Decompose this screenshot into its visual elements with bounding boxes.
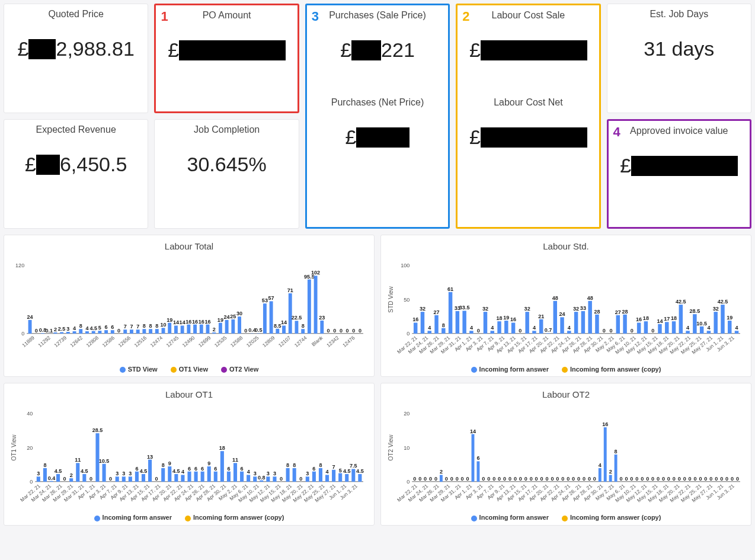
bar[interactable] (149, 329, 152, 334)
bar[interactable] (60, 332, 63, 333)
bar[interactable] (41, 333, 44, 334)
bar[interactable] (103, 464, 106, 482)
bar[interactable] (206, 325, 210, 334)
bar[interactable] (428, 331, 431, 334)
bar[interactable] (539, 319, 543, 334)
bar[interactable] (484, 312, 487, 334)
bar[interactable] (129, 477, 132, 482)
bar[interactable] (637, 323, 641, 334)
bar[interactable] (200, 325, 203, 334)
bar[interactable] (588, 301, 591, 334)
bar[interactable] (142, 474, 145, 482)
bar[interactable] (73, 331, 76, 334)
bar[interactable] (66, 332, 70, 334)
legend-item[interactable]: OT1 View (171, 366, 208, 373)
bar[interactable] (168, 323, 171, 334)
bar[interactable] (312, 472, 316, 482)
bar[interactable] (581, 311, 585, 334)
bar[interactable] (104, 330, 108, 334)
kpi-card[interactable]: 1PO Amount£ (154, 4, 299, 113)
bar[interactable] (442, 328, 445, 334)
legend-item[interactable]: Incoming form answer (copy) (185, 514, 284, 521)
bar[interactable] (174, 325, 178, 333)
bar[interactable] (644, 321, 648, 334)
bar[interactable] (193, 325, 197, 334)
bar[interactable] (123, 329, 127, 334)
bar[interactable] (434, 315, 438, 334)
chart-card-labour_total[interactable]: Labour Total01202400.80.122.534844.55660… (4, 235, 375, 377)
bar[interactable] (92, 331, 95, 334)
bar[interactable] (462, 311, 466, 333)
bar[interactable] (616, 315, 620, 334)
bar[interactable] (161, 468, 165, 482)
bar[interactable] (476, 462, 479, 482)
bar[interactable] (532, 331, 536, 334)
bar[interactable] (85, 331, 89, 334)
legend-item[interactable]: Incoming form answer (471, 514, 549, 521)
bar[interactable] (220, 452, 224, 482)
bar[interactable] (308, 280, 311, 334)
kpi-card[interactable]: Expected Revenue£6,450.5 (4, 119, 148, 229)
bar[interactable] (574, 312, 578, 334)
bar[interactable] (276, 329, 279, 334)
chart-card-labour_ot1[interactable]: Labour OT1OT1 View02040380.44.502114.502… (4, 383, 375, 525)
bar[interactable] (497, 321, 501, 334)
bar[interactable] (174, 474, 178, 482)
kpi-card[interactable]: Est. Job Days31 days (607, 4, 751, 113)
bar[interactable] (319, 468, 322, 482)
bar[interactable] (554, 301, 557, 334)
bar[interactable] (358, 474, 361, 482)
bar[interactable] (714, 312, 717, 334)
bar[interactable] (345, 474, 348, 482)
legend-item[interactable]: Incoming form answer (copy) (562, 366, 661, 373)
bar[interactable] (130, 329, 133, 334)
bar[interactable] (615, 455, 618, 482)
bar[interactable] (623, 315, 626, 334)
bar[interactable] (142, 329, 146, 334)
bar[interactable] (504, 321, 508, 334)
bar[interactable] (469, 331, 473, 334)
bar[interactable] (181, 325, 184, 333)
bar[interactable] (79, 329, 82, 334)
bar[interactable] (122, 477, 126, 482)
bar[interactable] (351, 469, 355, 482)
bar[interactable] (599, 468, 602, 482)
bar[interactable] (76, 463, 79, 482)
bar[interactable] (238, 316, 241, 334)
bar[interactable] (194, 472, 198, 482)
bar[interactable] (270, 301, 273, 334)
bar[interactable] (338, 473, 342, 482)
bar[interactable] (187, 325, 190, 334)
bar[interactable] (301, 329, 305, 334)
legend-item[interactable]: Incoming form answer (94, 514, 172, 521)
legend-item[interactable]: Incoming form answer (copy) (562, 514, 661, 521)
legend-item[interactable]: STD View (120, 366, 158, 373)
bar[interactable] (472, 434, 475, 482)
bar[interactable] (247, 475, 250, 482)
bar[interactable] (609, 475, 612, 482)
bar[interactable] (148, 460, 152, 482)
bar[interactable] (320, 321, 324, 334)
bar[interactable] (263, 303, 267, 334)
bar[interactable] (233, 463, 237, 482)
bar[interactable] (325, 475, 329, 482)
bar[interactable] (289, 293, 292, 334)
bar[interactable] (700, 327, 703, 334)
kpi-card[interactable]: 2Labour Cost Sale£Labour Cost Net£ (456, 4, 600, 229)
bar[interactable] (207, 466, 211, 482)
bar[interactable] (214, 472, 217, 482)
bar[interactable] (212, 332, 216, 334)
bar[interactable] (231, 319, 235, 334)
bar[interactable] (306, 477, 309, 482)
bar[interactable] (282, 325, 286, 333)
legend-item[interactable]: Incoming form answer (471, 366, 549, 373)
chart-card-labour_std[interactable]: Labour Std.STD View05010016324278613333.… (380, 235, 751, 377)
bar[interactable] (728, 321, 731, 334)
bar[interactable] (525, 312, 529, 334)
bar[interactable] (201, 472, 204, 482)
kpi-card[interactable]: Quoted Price£2,988.81 (4, 4, 148, 113)
bar[interactable] (686, 331, 689, 334)
bar[interactable] (665, 322, 668, 334)
bar[interactable] (69, 478, 73, 482)
bar[interactable] (546, 333, 550, 334)
